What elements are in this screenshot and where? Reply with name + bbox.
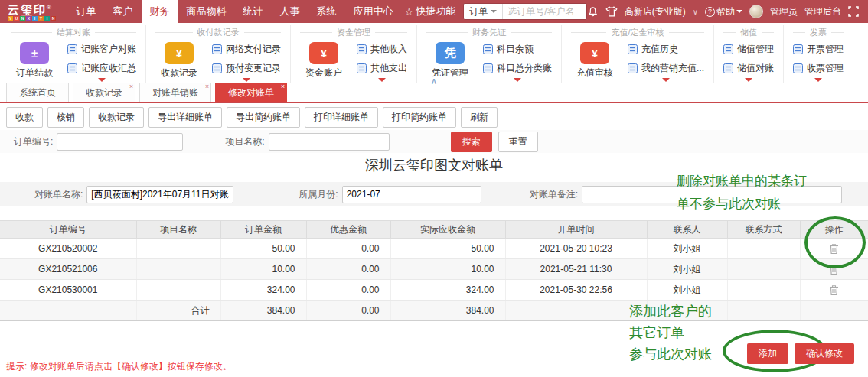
ribbon-big-button[interactable]: ¥资金账户 — [300, 42, 348, 80]
action-button-导出详细账单[interactable]: 导出详细账单 — [148, 107, 222, 128]
trash-icon[interactable] — [829, 264, 839, 275]
trash-icon[interactable] — [829, 243, 839, 255]
ribbon-group: 资金管理¥资金账户其他收入其他支出 — [291, 25, 417, 83]
ribbon-big-button[interactable]: ±订单结款 — [11, 42, 58, 80]
username[interactable]: 管理员 — [770, 5, 798, 18]
more-triangle-icon[interactable] — [662, 78, 670, 82]
ribbon-link[interactable]: 记账客户对账 — [67, 43, 136, 56]
ribbon-link[interactable]: 其他收入 — [357, 43, 407, 56]
quick-functions-button[interactable]: ☆ 快捷功能 — [405, 5, 456, 18]
ribbon-big-button[interactable]: ¥收款记录 — [155, 42, 203, 80]
ribbon-big-button[interactable]: ¥充值审核 — [571, 42, 618, 80]
order-no-input[interactable] — [57, 133, 183, 151]
ribbon-link[interactable]: 预付变更记录 — [212, 62, 281, 75]
search-submit-button[interactable]: 搜索 — [451, 132, 492, 152]
logo-letter: I — [44, 16, 50, 21]
search-input[interactable] — [503, 4, 586, 19]
column-header: 优惠金额 — [306, 221, 390, 239]
menu-item-应用中心[interactable]: 应用中心 — [345, 0, 402, 23]
action-button-打印简约账单[interactable]: 打印简约账单 — [383, 107, 456, 128]
ribbon-link[interactable]: 储值对账 — [723, 62, 774, 75]
add-annotation-line2: 其它订单 — [629, 323, 712, 344]
menu-item-统计[interactable]: 统计 — [235, 0, 272, 23]
column-header: 开单时间 — [505, 221, 647, 239]
menu-item-订单[interactable]: 订单 — [68, 0, 105, 23]
ribbon-link[interactable]: 储值管理 — [723, 43, 774, 56]
tab-3[interactable]: 修改对账单× — [215, 83, 287, 102]
fullscreen-icon[interactable] — [848, 6, 859, 17]
menu-item-客户[interactable]: 客户 — [105, 0, 142, 23]
ribbon-big-button[interactable]: 凭凭证管理 — [426, 42, 474, 80]
more-triangle-icon[interactable] — [514, 78, 521, 82]
tab-2[interactable]: 对账单销账× — [139, 83, 211, 102]
more-triangle-icon[interactable] — [98, 78, 106, 82]
project-name-input[interactable] — [269, 133, 390, 151]
ribbon-link[interactable]: 我的营销充值... — [628, 62, 704, 75]
project-name-label: 项目名称: — [225, 135, 264, 148]
action-button-导出简约账单[interactable]: 导出简约账单 — [227, 107, 300, 128]
cell-time: 2021-05-21 11:30 — [505, 259, 647, 280]
total-amount: 384.00 — [220, 301, 306, 321]
add-button[interactable]: 添加 — [747, 343, 788, 364]
trash-icon[interactable] — [829, 284, 839, 296]
ribbon-links: 储值管理储值对账 — [723, 42, 774, 83]
more-triangle-icon[interactable] — [378, 78, 386, 82]
statement-name-input[interactable] — [86, 186, 233, 203]
doc-lines-icon — [628, 44, 638, 54]
more-triangle-icon[interactable] — [814, 78, 822, 82]
ribbon-link[interactable]: 记账应收汇总 — [67, 62, 136, 75]
more-triangle-icon[interactable] — [243, 78, 250, 82]
action-button-收款记录[interactable]: 收款记录 — [89, 107, 144, 128]
ribbon-group-body: ¥收款记录网络支付记录预付变更记录 — [155, 42, 281, 83]
more-triangle-icon[interactable] — [745, 78, 752, 82]
cell-empty — [505, 301, 647, 321]
ribbon-link[interactable]: 其他支出 — [357, 62, 407, 75]
cell-receivable: 50.00 — [390, 239, 505, 259]
menu-item-商品物料[interactable]: 商品物料 — [178, 0, 235, 23]
logo-letter: N — [51, 16, 56, 21]
total-receivable: 384.00 — [390, 301, 505, 321]
action-button-收款[interactable]: 收款 — [6, 107, 43, 128]
remark-input[interactable] — [582, 186, 842, 203]
shirt-icon[interactable] — [605, 6, 618, 17]
ribbon-big-label: 资金账户 — [305, 67, 342, 80]
action-button-打印详细账单[interactable]: 打印详细账单 — [305, 107, 378, 128]
ribbon-link-label: 科目总分类账 — [497, 62, 552, 75]
menu-item-人事[interactable]: 人事 — [272, 0, 308, 23]
close-icon[interactable]: × — [205, 83, 209, 90]
ribbon-link[interactable]: 充值历史 — [628, 43, 704, 56]
reset-button[interactable]: 重置 — [498, 132, 538, 152]
divider — [300, 32, 332, 33]
tab-0[interactable]: 系统首页 — [6, 83, 69, 102]
close-icon[interactable]: × — [129, 83, 133, 90]
search-scope-dropdown[interactable]: 订单 — [464, 4, 503, 19]
chevron-down-icon — [491, 10, 497, 13]
admin-backend-link[interactable]: 管理后台 — [804, 5, 841, 18]
user-avatar[interactable] — [749, 5, 763, 18]
menu-item-系统[interactable]: 系统 — [308, 0, 345, 23]
ribbon-link[interactable]: 科目总分类账 — [483, 62, 552, 75]
logo-letter: Y — [38, 16, 44, 21]
store-chevron-icon[interactable]: ∨ — [693, 8, 698, 16]
store-name[interactable]: 高新店(专业版) — [625, 5, 686, 18]
ribbon-link[interactable]: 网络支付记录 — [212, 43, 281, 56]
doc-lines-icon — [357, 63, 367, 73]
app-logo[interactable]: 云玺印® YUNXIYIN — [0, 2, 68, 21]
ribbon-link[interactable]: 开票管理 — [793, 43, 844, 56]
doc-lines-icon — [357, 44, 367, 54]
ribbon-link[interactable]: 科目余额 — [483, 43, 552, 56]
action-button-核销[interactable]: 核销 — [47, 107, 84, 128]
month-input[interactable] — [342, 186, 481, 203]
ribbon-link[interactable]: 收票管理 — [793, 62, 844, 75]
doc-lines-icon — [212, 44, 222, 54]
action-button-刷新[interactable]: 刷新 — [461, 107, 498, 128]
search-scope-value: 订单 — [469, 5, 488, 18]
menu-item-财务[interactable]: 财务 — [142, 0, 178, 23]
close-icon[interactable]: × — [281, 83, 285, 90]
confirm-modify-button[interactable]: 确认修改 — [795, 343, 854, 364]
ribbon-link-label: 记账应收汇总 — [81, 62, 136, 75]
tab-1[interactable]: 收款记录× — [73, 83, 135, 102]
help-menu[interactable]: ? 帮助 — [705, 5, 742, 18]
doc-lines-icon — [793, 63, 803, 73]
bell-icon[interactable] — [587, 6, 599, 18]
